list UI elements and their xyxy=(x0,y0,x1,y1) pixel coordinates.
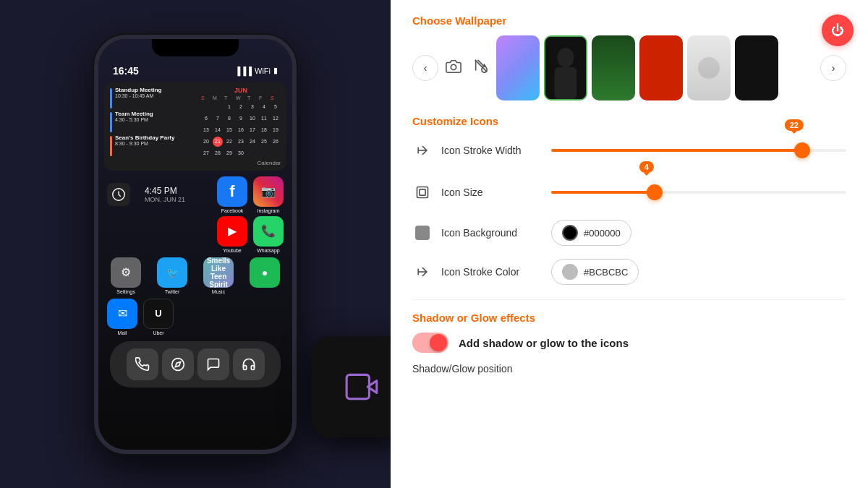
icon-stroke-color-swatch xyxy=(562,264,578,280)
cal-date: 2 xyxy=(236,102,246,112)
calendar-label: Calendar xyxy=(201,160,281,166)
fill-tool-button[interactable] xyxy=(473,59,489,78)
stroke-width-icon xyxy=(412,140,433,160)
calendar-month: JUN xyxy=(201,87,281,94)
cal-date xyxy=(213,102,223,112)
app-item: 🐦 Twitter xyxy=(152,257,192,294)
app-icon-album: Smells Like Teen Spirit xyxy=(203,257,234,288)
svg-point-1 xyxy=(171,358,184,370)
status-time: 16:45 xyxy=(113,65,139,77)
cal-date: 1 xyxy=(224,102,234,112)
day-name: T xyxy=(224,95,234,100)
app-item: ⚙ Settings xyxy=(106,257,146,294)
wallpaper-thumb-2[interactable] xyxy=(544,35,587,100)
slider-thumb[interactable]: 4 xyxy=(647,184,663,200)
wallpaper-thumb-1[interactable] xyxy=(496,35,540,100)
cal-date: 14 xyxy=(213,125,223,135)
app-label-uber: Uber xyxy=(153,330,163,335)
app-item: ● xyxy=(244,257,285,294)
icon-size-slider[interactable]: 4 xyxy=(551,178,846,207)
app-item: Smells Like Teen Spirit Music xyxy=(198,257,239,294)
cal-date: 26 xyxy=(271,137,281,147)
cal-date: 4 xyxy=(259,102,269,112)
svg-rect-9 xyxy=(555,67,577,99)
camera-tool-button[interactable] xyxy=(446,59,461,78)
wallpaper-prev-button[interactable]: ‹ xyxy=(412,55,438,81)
cal-date: 25 xyxy=(259,137,269,147)
battery-icon: ▮ xyxy=(273,66,278,75)
cal-date: 24 xyxy=(247,137,258,147)
wallpaper-thumb-4[interactable] xyxy=(639,35,683,100)
cal-date: 10 xyxy=(247,114,258,124)
wallpaper-section: Choose Wallpaper ‹ xyxy=(412,14,846,100)
stroke-width-slider[interactable]: 22 xyxy=(551,136,846,165)
wallpaper-thumb-6[interactable] xyxy=(735,35,778,100)
slider-tooltip: 4 xyxy=(639,161,654,173)
dock-phone xyxy=(127,348,158,380)
cal-date: 29 xyxy=(224,148,234,158)
slider-thumb[interactable]: 22 xyxy=(794,142,810,158)
cal-date: 7 xyxy=(213,114,223,124)
day-name: S xyxy=(271,95,281,100)
app-row-3: ⚙ Settings 🐦 Twitter Smells Like Teen Sp… xyxy=(98,254,292,297)
icon-stroke-color-label: Icon Stroke Color xyxy=(441,266,542,278)
slider-fill xyxy=(551,149,802,152)
event-time: 4:30 - 5:30 PM xyxy=(115,117,153,122)
wallpaper-thumbs xyxy=(496,35,813,100)
slider-fill xyxy=(551,191,655,194)
cal-date: 19 xyxy=(271,125,281,135)
app-label-settings: Settings xyxy=(116,289,135,294)
app-item: ✉ Mail xyxy=(107,299,137,335)
signal-icon: ▐▐▐ xyxy=(235,67,252,75)
shadow-toggle-label: Add shadow or glow to the icons xyxy=(459,337,629,349)
icon-background-icon xyxy=(412,223,433,243)
clock-time: 4:45 PM xyxy=(136,186,185,196)
svg-marker-2 xyxy=(175,361,180,367)
event-time: 10:30 - 10:45 AM xyxy=(115,93,161,98)
event-title: Standup Meeting xyxy=(115,87,161,93)
cal-date: 12 xyxy=(271,114,281,124)
icon-stroke-color-button[interactable]: #BCBCBC xyxy=(551,259,639,285)
wallpaper-thumb-5[interactable] xyxy=(687,35,731,100)
shadow-position-row: Shadow/Glow position xyxy=(412,363,846,374)
day-name: F xyxy=(259,95,269,100)
dock-compass xyxy=(162,348,194,380)
app-label-album: Music xyxy=(212,289,225,294)
icon-size-icon xyxy=(412,182,433,202)
video-icon-float xyxy=(311,336,391,437)
slider-tooltip: 22 xyxy=(785,119,804,131)
dock-message xyxy=(197,348,229,380)
customize-section-title: Customize Icons xyxy=(412,115,846,127)
icon-size-row: Icon Size 4 xyxy=(412,178,846,207)
cal-date: 30 xyxy=(236,148,246,158)
svg-point-8 xyxy=(558,48,574,67)
cal-date: 8 xyxy=(224,114,234,124)
right-panel: ⏻ Choose Wallpaper ‹ xyxy=(391,0,868,488)
app-icon-settings: ⚙ xyxy=(111,257,141,288)
power-button[interactable]: ⏻ xyxy=(822,14,854,46)
icon-stroke-color-icon xyxy=(412,262,433,282)
app-icon-whatsapp: 📞 xyxy=(253,216,284,247)
app-label-facebook: Facebook xyxy=(221,208,244,213)
cal-date: 23 xyxy=(236,137,246,147)
day-name: T xyxy=(247,95,258,100)
svg-rect-12 xyxy=(417,187,428,198)
day-name: S xyxy=(201,95,211,100)
status-bar: 16:45 ▐▐▐ WiFi ▮ xyxy=(98,59,292,80)
phone-mockup: 16:45 ▐▐▐ WiFi ▮ xyxy=(94,35,297,454)
wallpaper-row: ‹ xyxy=(412,35,846,100)
cal-date: 5 xyxy=(271,102,281,112)
calendar-event: Team Meeting 4:30 - 5:30 PM xyxy=(110,111,197,132)
day-name: W xyxy=(236,95,246,100)
app-label-whatsapp: Whatsapp xyxy=(257,248,280,253)
wallpaper-thumb-3[interactable] xyxy=(592,35,635,100)
app-icon-mail: ✉ xyxy=(107,299,137,329)
shadow-toggle[interactable] xyxy=(412,333,448,353)
slider-track: 4 xyxy=(551,191,846,194)
day-name: M xyxy=(213,95,223,100)
icon-background-color-button[interactable]: #000000 xyxy=(551,220,631,246)
calendar-event: Sean's Birthday Party 8:30 - 9:30 PM xyxy=(110,134,197,156)
app-icon-spotify: ● xyxy=(250,257,280,288)
cal-date xyxy=(201,102,211,112)
wallpaper-next-button[interactable]: › xyxy=(820,55,846,81)
